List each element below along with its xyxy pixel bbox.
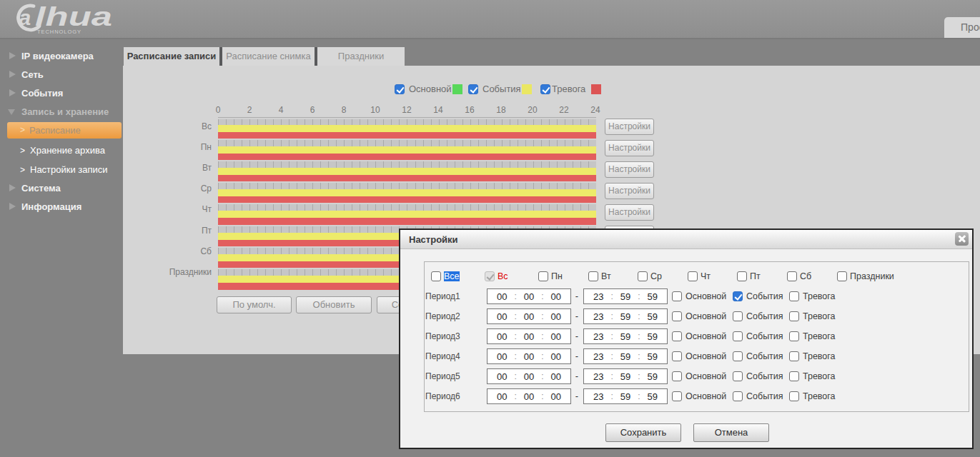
period-checkbox-label: Тревога	[803, 311, 836, 322]
period-checkbox-label: Основной	[685, 291, 726, 302]
day-checkbox-5[interactable]	[688, 271, 698, 281]
day-checkbox-2[interactable]	[538, 271, 548, 281]
period-main-checkbox[interactable]	[672, 311, 682, 321]
row-settings-button[interactable]: Настройки	[605, 140, 654, 156]
time-segment: 00	[524, 311, 534, 322]
schedule-bar-alarm[interactable]	[218, 218, 596, 225]
time-segment: 59	[620, 291, 630, 302]
period-main-checkbox[interactable]	[672, 351, 682, 361]
period-main-checkbox[interactable]	[672, 391, 682, 401]
time-segment: 59	[620, 351, 630, 362]
day-label: Ср	[143, 184, 212, 194]
time-segment: 00	[524, 371, 534, 382]
sidebar-item-ip-camera[interactable]: IP видеокамера	[0, 47, 123, 66]
time-segment: 00	[551, 351, 561, 362]
day-checkbox-8[interactable]	[837, 271, 847, 281]
schedule-track[interactable]	[218, 160, 596, 168]
sidebar-item-record-storage[interactable]: Запись и хранение	[0, 103, 123, 121]
schedule-bar-events[interactable]	[218, 125, 596, 132]
period-start-input[interactable]: 00:00:00	[487, 288, 571, 304]
schedule-bar-events[interactable]	[218, 168, 596, 175]
period-start-input[interactable]: 00:00:00	[487, 368, 571, 384]
row-settings-button[interactable]: Настройки	[605, 183, 654, 199]
day-checkbox-0[interactable]	[431, 271, 441, 281]
period-start-input[interactable]: 00:00:00	[487, 328, 571, 344]
period-checkbox-label: События	[746, 331, 783, 342]
period-alarm-checkbox[interactable]	[789, 391, 799, 401]
schedule-bar-events[interactable]	[218, 146, 596, 154]
legend-checkbox-0[interactable]	[395, 84, 405, 94]
period-events-checkbox[interactable]	[733, 351, 743, 361]
range-separator: -	[573, 328, 580, 344]
period-main-checkbox[interactable]	[672, 371, 682, 381]
tab-holidays[interactable]: Праздники	[317, 47, 405, 66]
period-alarm-checkbox[interactable]	[789, 311, 799, 321]
day-checkbox-6[interactable]	[737, 271, 747, 281]
period-main-checkbox[interactable]	[672, 331, 682, 341]
schedule-track[interactable]	[218, 117, 596, 125]
period-events-checkbox[interactable]	[733, 371, 743, 381]
period-events-checkbox[interactable]	[733, 391, 743, 401]
sidebar-item-information[interactable]: Информация	[0, 198, 123, 216]
dialog-cancel-button[interactable]: Отмена	[693, 423, 769, 442]
nav-preview-button[interactable]: Просмотр	[944, 17, 980, 38]
period-label: Период1	[425, 288, 460, 304]
time-segment: 00	[497, 371, 507, 382]
tab-snapshot-schedule[interactable]: Расписание снимка	[222, 47, 315, 66]
period-label: Период6	[425, 388, 460, 404]
period-start-input[interactable]: 00:00:00	[487, 388, 571, 404]
period-end-input[interactable]: 23:59:59	[583, 328, 668, 344]
sidebar-item-network[interactable]: Сеть	[0, 66, 123, 84]
tab-record-schedule[interactable]: Расписание записи	[124, 47, 219, 66]
period-events-checkbox[interactable]	[733, 331, 743, 341]
row-settings-button[interactable]: Настройки	[605, 119, 654, 135]
time-separator: :	[610, 371, 613, 381]
period-end-input[interactable]: 23:59:59	[583, 288, 668, 304]
range-separator: -	[573, 368, 580, 384]
day-checkbox-7[interactable]	[787, 271, 797, 281]
dialog-save-button[interactable]: Сохранить	[605, 423, 681, 442]
time-segment: 00	[524, 351, 534, 362]
row-settings-button[interactable]: Настройки	[605, 161, 654, 178]
period-start-input[interactable]: 00:00:00	[487, 348, 571, 364]
dialog-titlebar: Настройки	[400, 230, 972, 249]
sidebar-item-record-settings[interactable]: > Настройки записи	[0, 161, 123, 179]
footer-button-1[interactable]: Обновить	[296, 296, 372, 313]
time-segment: 23	[593, 311, 603, 322]
footer-button-0[interactable]: По умолч.	[217, 296, 292, 313]
period-alarm-checkbox[interactable]	[789, 291, 799, 301]
schedule-bar-events[interactable]	[218, 189, 596, 196]
time-segment: 00	[524, 391, 534, 402]
period-start-input[interactable]: 00:00:00	[487, 308, 571, 324]
legend-checkbox-2[interactable]	[540, 84, 550, 94]
period-alarm-checkbox[interactable]	[789, 331, 799, 341]
period-alarm-checkbox[interactable]	[789, 371, 799, 381]
day-checkbox-4[interactable]	[638, 271, 648, 281]
period-alarm-checkbox[interactable]	[789, 351, 799, 361]
sidebar-item-events[interactable]: События	[0, 84, 123, 103]
sidebar-item-system[interactable]: Система	[0, 179, 123, 198]
sidebar-item-schedule[interactable]: > Расписание	[7, 122, 122, 139]
dialog-close-button[interactable]	[955, 232, 969, 246]
day-checkbox-label: Все	[444, 271, 460, 282]
period-end-input[interactable]: 23:59:59	[583, 368, 668, 384]
schedule-track[interactable]	[218, 203, 596, 211]
period-events-checkbox[interactable]	[733, 311, 743, 321]
time-segment: 23	[593, 331, 603, 342]
period-end-input[interactable]: 23:59:59	[583, 308, 668, 324]
day-checkbox-1[interactable]	[485, 271, 495, 281]
schedule-bar-events[interactable]	[218, 211, 596, 218]
sidebar-item-archive-storage[interactable]: > Хранение архива	[0, 141, 123, 160]
day-label: Пн	[143, 142, 212, 152]
period-events-checkbox[interactable]	[733, 291, 743, 301]
day-checkbox-3[interactable]	[588, 271, 598, 281]
schedule-track[interactable]	[218, 139, 596, 146]
period-end-input[interactable]: 23:59:59	[583, 388, 668, 404]
period-checkbox-label: События	[746, 391, 783, 402]
row-settings-button[interactable]: Настройки	[605, 204, 654, 221]
legend-checkbox-1[interactable]	[468, 84, 478, 94]
period-checkbox-label: Тревога	[803, 391, 836, 402]
period-end-input[interactable]: 23:59:59	[583, 348, 668, 364]
period-main-checkbox[interactable]	[672, 291, 682, 301]
schedule-track[interactable]	[218, 181, 596, 189]
